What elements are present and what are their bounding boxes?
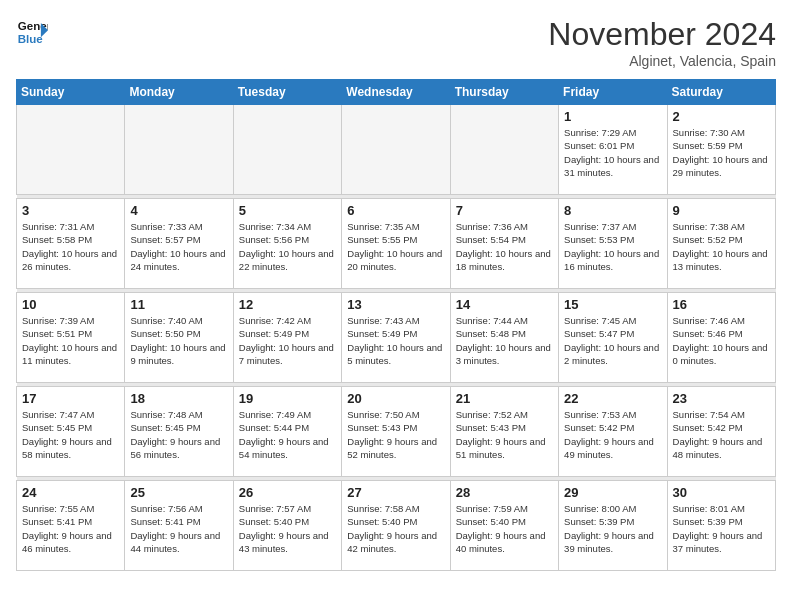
calendar-cell: 7Sunrise: 7:36 AMSunset: 5:54 PMDaylight… [450, 199, 558, 289]
weekday-header: Saturday [667, 80, 775, 105]
cell-sun-info: Sunrise: 7:39 AMSunset: 5:51 PMDaylight:… [22, 314, 119, 367]
day-number: 25 [130, 485, 227, 500]
weekday-header-row: SundayMondayTuesdayWednesdayThursdayFrid… [17, 80, 776, 105]
day-number: 28 [456, 485, 553, 500]
calendar-cell: 30Sunrise: 8:01 AMSunset: 5:39 PMDayligh… [667, 481, 775, 571]
day-number: 1 [564, 109, 661, 124]
calendar-cell: 11Sunrise: 7:40 AMSunset: 5:50 PMDayligh… [125, 293, 233, 383]
cell-sun-info: Sunrise: 7:57 AMSunset: 5:40 PMDaylight:… [239, 502, 336, 555]
cell-sun-info: Sunrise: 7:38 AMSunset: 5:52 PMDaylight:… [673, 220, 770, 273]
day-number: 13 [347, 297, 444, 312]
day-number: 19 [239, 391, 336, 406]
day-number: 6 [347, 203, 444, 218]
calendar-cell: 15Sunrise: 7:45 AMSunset: 5:47 PMDayligh… [559, 293, 667, 383]
day-number: 29 [564, 485, 661, 500]
calendar-week-row: 10Sunrise: 7:39 AMSunset: 5:51 PMDayligh… [17, 293, 776, 383]
weekday-header: Wednesday [342, 80, 450, 105]
calendar-cell: 28Sunrise: 7:59 AMSunset: 5:40 PMDayligh… [450, 481, 558, 571]
day-number: 23 [673, 391, 770, 406]
calendar-cell [342, 105, 450, 195]
svg-text:Blue: Blue [18, 33, 44, 45]
calendar-week-row: 1Sunrise: 7:29 AMSunset: 6:01 PMDaylight… [17, 105, 776, 195]
cell-sun-info: Sunrise: 7:53 AMSunset: 5:42 PMDaylight:… [564, 408, 661, 461]
cell-sun-info: Sunrise: 7:43 AMSunset: 5:49 PMDaylight:… [347, 314, 444, 367]
logo: General Blue [16, 16, 48, 48]
calendar-cell [125, 105, 233, 195]
cell-sun-info: Sunrise: 7:54 AMSunset: 5:42 PMDaylight:… [673, 408, 770, 461]
day-number: 17 [22, 391, 119, 406]
calendar-cell: 25Sunrise: 7:56 AMSunset: 5:41 PMDayligh… [125, 481, 233, 571]
day-number: 27 [347, 485, 444, 500]
day-number: 4 [130, 203, 227, 218]
calendar-week-row: 24Sunrise: 7:55 AMSunset: 5:41 PMDayligh… [17, 481, 776, 571]
calendar-cell: 4Sunrise: 7:33 AMSunset: 5:57 PMDaylight… [125, 199, 233, 289]
calendar-table: SundayMondayTuesdayWednesdayThursdayFrid… [16, 79, 776, 571]
calendar-cell: 26Sunrise: 7:57 AMSunset: 5:40 PMDayligh… [233, 481, 341, 571]
calendar-cell: 9Sunrise: 7:38 AMSunset: 5:52 PMDaylight… [667, 199, 775, 289]
calendar-week-row: 3Sunrise: 7:31 AMSunset: 5:58 PMDaylight… [17, 199, 776, 289]
weekday-header: Monday [125, 80, 233, 105]
cell-sun-info: Sunrise: 7:56 AMSunset: 5:41 PMDaylight:… [130, 502, 227, 555]
day-number: 24 [22, 485, 119, 500]
cell-sun-info: Sunrise: 7:30 AMSunset: 5:59 PMDaylight:… [673, 126, 770, 179]
calendar-cell: 5Sunrise: 7:34 AMSunset: 5:56 PMDaylight… [233, 199, 341, 289]
page-header: General Blue November 2024 Alginet, Vale… [16, 16, 776, 69]
cell-sun-info: Sunrise: 7:42 AMSunset: 5:49 PMDaylight:… [239, 314, 336, 367]
cell-sun-info: Sunrise: 8:00 AMSunset: 5:39 PMDaylight:… [564, 502, 661, 555]
day-number: 5 [239, 203, 336, 218]
day-number: 15 [564, 297, 661, 312]
day-number: 11 [130, 297, 227, 312]
cell-sun-info: Sunrise: 8:01 AMSunset: 5:39 PMDaylight:… [673, 502, 770, 555]
cell-sun-info: Sunrise: 7:50 AMSunset: 5:43 PMDaylight:… [347, 408, 444, 461]
weekday-header: Sunday [17, 80, 125, 105]
calendar-cell [233, 105, 341, 195]
day-number: 10 [22, 297, 119, 312]
cell-sun-info: Sunrise: 7:49 AMSunset: 5:44 PMDaylight:… [239, 408, 336, 461]
day-number: 3 [22, 203, 119, 218]
calendar-cell: 19Sunrise: 7:49 AMSunset: 5:44 PMDayligh… [233, 387, 341, 477]
calendar-cell: 1Sunrise: 7:29 AMSunset: 6:01 PMDaylight… [559, 105, 667, 195]
cell-sun-info: Sunrise: 7:33 AMSunset: 5:57 PMDaylight:… [130, 220, 227, 273]
weekday-header: Friday [559, 80, 667, 105]
calendar-cell: 14Sunrise: 7:44 AMSunset: 5:48 PMDayligh… [450, 293, 558, 383]
cell-sun-info: Sunrise: 7:45 AMSunset: 5:47 PMDaylight:… [564, 314, 661, 367]
day-number: 12 [239, 297, 336, 312]
cell-sun-info: Sunrise: 7:29 AMSunset: 6:01 PMDaylight:… [564, 126, 661, 179]
cell-sun-info: Sunrise: 7:31 AMSunset: 5:58 PMDaylight:… [22, 220, 119, 273]
day-number: 2 [673, 109, 770, 124]
cell-sun-info: Sunrise: 7:47 AMSunset: 5:45 PMDaylight:… [22, 408, 119, 461]
cell-sun-info: Sunrise: 7:58 AMSunset: 5:40 PMDaylight:… [347, 502, 444, 555]
calendar-cell: 8Sunrise: 7:37 AMSunset: 5:53 PMDaylight… [559, 199, 667, 289]
day-number: 7 [456, 203, 553, 218]
day-number: 18 [130, 391, 227, 406]
cell-sun-info: Sunrise: 7:44 AMSunset: 5:48 PMDaylight:… [456, 314, 553, 367]
day-number: 30 [673, 485, 770, 500]
calendar-cell: 29Sunrise: 8:00 AMSunset: 5:39 PMDayligh… [559, 481, 667, 571]
calendar-week-row: 17Sunrise: 7:47 AMSunset: 5:45 PMDayligh… [17, 387, 776, 477]
day-number: 9 [673, 203, 770, 218]
calendar-cell: 21Sunrise: 7:52 AMSunset: 5:43 PMDayligh… [450, 387, 558, 477]
calendar-cell: 18Sunrise: 7:48 AMSunset: 5:45 PMDayligh… [125, 387, 233, 477]
calendar-cell [17, 105, 125, 195]
calendar-cell: 27Sunrise: 7:58 AMSunset: 5:40 PMDayligh… [342, 481, 450, 571]
cell-sun-info: Sunrise: 7:46 AMSunset: 5:46 PMDaylight:… [673, 314, 770, 367]
calendar-cell: 22Sunrise: 7:53 AMSunset: 5:42 PMDayligh… [559, 387, 667, 477]
cell-sun-info: Sunrise: 7:48 AMSunset: 5:45 PMDaylight:… [130, 408, 227, 461]
calendar-cell: 6Sunrise: 7:35 AMSunset: 5:55 PMDaylight… [342, 199, 450, 289]
logo-icon: General Blue [16, 16, 48, 48]
calendar-cell [450, 105, 558, 195]
cell-sun-info: Sunrise: 7:52 AMSunset: 5:43 PMDaylight:… [456, 408, 553, 461]
day-number: 21 [456, 391, 553, 406]
cell-sun-info: Sunrise: 7:36 AMSunset: 5:54 PMDaylight:… [456, 220, 553, 273]
month-title: November 2024 [548, 16, 776, 53]
calendar-cell: 16Sunrise: 7:46 AMSunset: 5:46 PMDayligh… [667, 293, 775, 383]
day-number: 8 [564, 203, 661, 218]
cell-sun-info: Sunrise: 7:59 AMSunset: 5:40 PMDaylight:… [456, 502, 553, 555]
calendar-cell: 20Sunrise: 7:50 AMSunset: 5:43 PMDayligh… [342, 387, 450, 477]
calendar-cell: 10Sunrise: 7:39 AMSunset: 5:51 PMDayligh… [17, 293, 125, 383]
day-number: 14 [456, 297, 553, 312]
day-number: 20 [347, 391, 444, 406]
weekday-header: Thursday [450, 80, 558, 105]
calendar-cell: 2Sunrise: 7:30 AMSunset: 5:59 PMDaylight… [667, 105, 775, 195]
calendar-cell: 13Sunrise: 7:43 AMSunset: 5:49 PMDayligh… [342, 293, 450, 383]
